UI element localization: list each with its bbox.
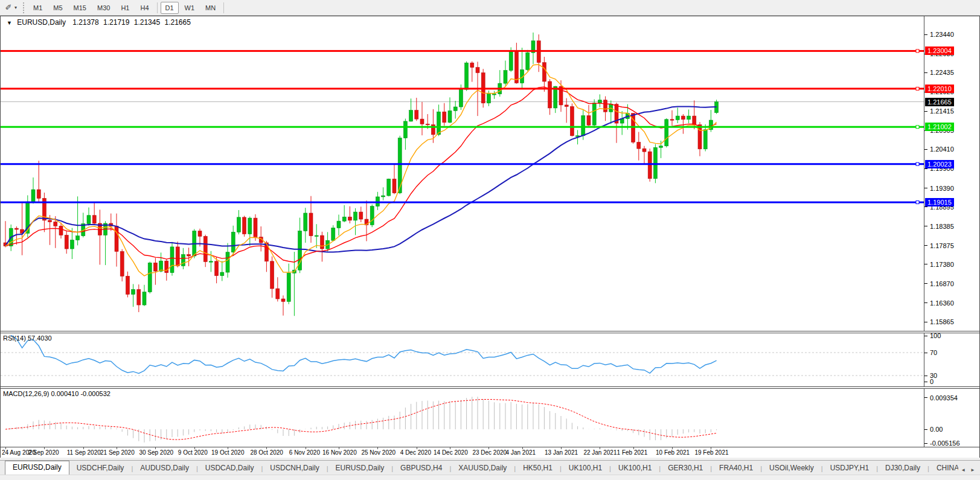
date-label[interactable]: 19 Oct 2020 xyxy=(211,449,244,456)
price-tick-label[interactable]: 1.21415 xyxy=(930,107,954,115)
chart-tab-usdjpy-h1[interactable]: USDJPY,H1 xyxy=(823,462,876,475)
timeframe-button-m30[interactable]: M30 xyxy=(92,2,115,14)
rsi-tick-label[interactable]: 0 xyxy=(930,378,934,385)
date-label[interactable]: 23 Dec 2020 xyxy=(472,449,507,456)
chart-tab-eurusd-daily[interactable]: EURUSD,Daily xyxy=(328,462,392,475)
horizontal-level-line[interactable] xyxy=(1,50,924,52)
axis-tick[interactable] xyxy=(924,188,927,188)
line-handle[interactable] xyxy=(916,50,919,53)
axis-tick[interactable] xyxy=(924,382,927,382)
chevron-down-icon[interactable]: ▾ xyxy=(14,5,17,10)
axis-tick[interactable] xyxy=(924,322,927,322)
macd-tick-label[interactable]: -0.005156 xyxy=(930,440,960,447)
timeframe-button-h1[interactable]: H1 xyxy=(116,2,134,14)
horizontal-level-line[interactable] xyxy=(1,126,924,128)
date-label[interactable]: 2 Sep 2020 xyxy=(28,449,59,456)
date-label[interactable]: 30 Sep 2020 xyxy=(139,449,173,456)
line-handle[interactable] xyxy=(916,201,919,204)
toolbar-grip[interactable] xyxy=(23,2,24,13)
price-tick-label[interactable]: 1.16870 xyxy=(930,280,954,287)
timeframe-button-w1[interactable]: W1 xyxy=(180,2,200,14)
axis-tick[interactable] xyxy=(924,283,927,284)
axis-tick[interactable] xyxy=(924,111,927,112)
chart-tab-fra40-h1[interactable]: FRA40,H1 xyxy=(712,462,760,475)
date-label[interactable]: 9 Oct 2020 xyxy=(178,449,208,456)
chart-tab-uk100-h1[interactable]: UK100,H1 xyxy=(611,462,659,475)
axis-tick[interactable] xyxy=(924,443,927,444)
date-label[interactable]: 16 Nov 2020 xyxy=(322,449,357,456)
price-tag[interactable]: 1.23004 xyxy=(925,46,954,55)
chart-tab-usdchf-daily[interactable]: USDCHF,Daily xyxy=(69,462,132,475)
price-tag[interactable]: 1.20023 xyxy=(925,160,954,168)
date-label[interactable]: 21 Sep 2020 xyxy=(100,449,135,456)
axis-tick[interactable] xyxy=(924,226,927,226)
axis-tick[interactable] xyxy=(924,206,927,207)
axis-tick[interactable] xyxy=(924,168,927,169)
axis-tick[interactable] xyxy=(924,397,927,398)
price-tick-label[interactable]: 1.19390 xyxy=(930,185,954,192)
axis-tick[interactable] xyxy=(924,302,927,303)
date-label[interactable]: 1 Feb 2021 xyxy=(617,449,648,456)
macd-tick-label[interactable]: 0.009354 xyxy=(930,394,958,402)
timeframe-button-d1[interactable]: D1 xyxy=(161,2,179,14)
price-tag[interactable]: 1.19015 xyxy=(925,198,954,206)
chart-tab-usdcnh-daily[interactable]: USDCNH,Daily xyxy=(263,462,326,475)
line-handle[interactable] xyxy=(916,126,919,129)
chart-tab-audusd-daily[interactable]: AUDUSD,Daily xyxy=(133,462,196,475)
price-tick-label[interactable]: 1.17380 xyxy=(930,261,954,268)
chart-tab-xauusd-daily[interactable]: XAUUSD,Daily xyxy=(451,462,514,475)
timeframe-button-m15[interactable]: M15 xyxy=(69,2,91,14)
timeframe-button-h4[interactable]: H4 xyxy=(135,2,153,14)
date-label[interactable]: 14 Dec 2020 xyxy=(434,449,468,456)
chart-tab-hk50-h1[interactable]: HK50,H1 xyxy=(516,462,560,475)
date-label[interactable]: 11 Sep 2020 xyxy=(67,449,101,456)
scroll-left-icon[interactable]: ◄ xyxy=(958,466,968,475)
timeframe-button-m5[interactable]: M5 xyxy=(48,2,67,14)
rsi-tick-label[interactable]: 70 xyxy=(930,349,937,356)
axis-tick[interactable] xyxy=(924,376,927,376)
axis-tick[interactable] xyxy=(924,245,927,246)
line-studies-icon[interactable]: ✐ xyxy=(2,2,14,13)
date-label[interactable]: 4 Jan 2021 xyxy=(506,449,536,456)
axis-tick[interactable] xyxy=(924,429,927,430)
chart-tab-eurusd-daily[interactable]: EURUSD,Daily xyxy=(5,461,69,475)
line-handle[interactable] xyxy=(916,87,919,90)
date-label[interactable]: 25 Nov 2020 xyxy=(361,449,396,456)
rsi-tick-label[interactable]: 100 xyxy=(930,332,941,339)
horizontal-level-line[interactable] xyxy=(1,88,924,89)
date-label[interactable]: 22 Jan 2021 xyxy=(583,449,617,456)
date-label[interactable]: 13 Jan 2021 xyxy=(545,449,578,456)
price-axis[interactable]: 1.234401.229301.224351.219251.214151.209… xyxy=(924,16,979,331)
price-tick-label[interactable]: 1.18385 xyxy=(930,223,954,230)
axis-tick[interactable] xyxy=(924,34,927,35)
horizontal-level-line[interactable] xyxy=(1,202,924,203)
price-tag[interactable]: 1.22010 xyxy=(925,85,954,93)
price-tick-label[interactable]: 1.20410 xyxy=(930,146,954,153)
price-tick-label[interactable]: 1.16360 xyxy=(930,299,954,307)
axis-tick[interactable] xyxy=(924,149,927,150)
timeframe-button-mn[interactable]: MN xyxy=(200,2,220,14)
date-label[interactable]: 19 Feb 2021 xyxy=(694,449,728,456)
scroll-right-icon[interactable]: ► xyxy=(968,466,978,475)
price-tick-label[interactable]: 1.22435 xyxy=(930,69,954,76)
line-handle[interactable] xyxy=(916,162,919,165)
date-label[interactable]: 28 Oct 2020 xyxy=(250,449,283,456)
date-axis[interactable]: 24 Aug 20202 Sep 202011 Sep 202021 Sep 2… xyxy=(1,447,979,458)
axis-tick[interactable] xyxy=(924,264,927,264)
axis-tick[interactable] xyxy=(924,353,927,353)
chart-tab-dj30-daily[interactable]: DJ30,Daily xyxy=(878,462,927,475)
price-tag[interactable]: 1.21665 xyxy=(925,98,954,106)
chart-tab-usdcad-daily[interactable]: USDCAD,Daily xyxy=(198,462,261,475)
horizontal-level-line[interactable] xyxy=(1,163,924,165)
chart-tab-uk100-h1[interactable]: UK100,H1 xyxy=(562,462,609,475)
axis-tick[interactable] xyxy=(924,72,927,73)
chart-tab-gbpusd-h4[interactable]: GBPUSD,H4 xyxy=(393,462,449,475)
chart-tab-ger30-h1[interactable]: GER30,H1 xyxy=(661,462,710,475)
chart-tab-usoil-weekly[interactable]: USOil,Weekly xyxy=(762,462,821,475)
macd-tick-label[interactable]: 0.00 xyxy=(930,426,943,433)
price-tick-label[interactable]: 1.17875 xyxy=(930,242,954,249)
chart-tab-china300-h1[interactable]: CHINA300,H1 xyxy=(929,462,958,475)
timeframe-button-m1[interactable]: M1 xyxy=(28,2,47,14)
price-tick-label[interactable]: 1.15865 xyxy=(930,318,954,325)
axis-tick[interactable] xyxy=(924,336,927,336)
